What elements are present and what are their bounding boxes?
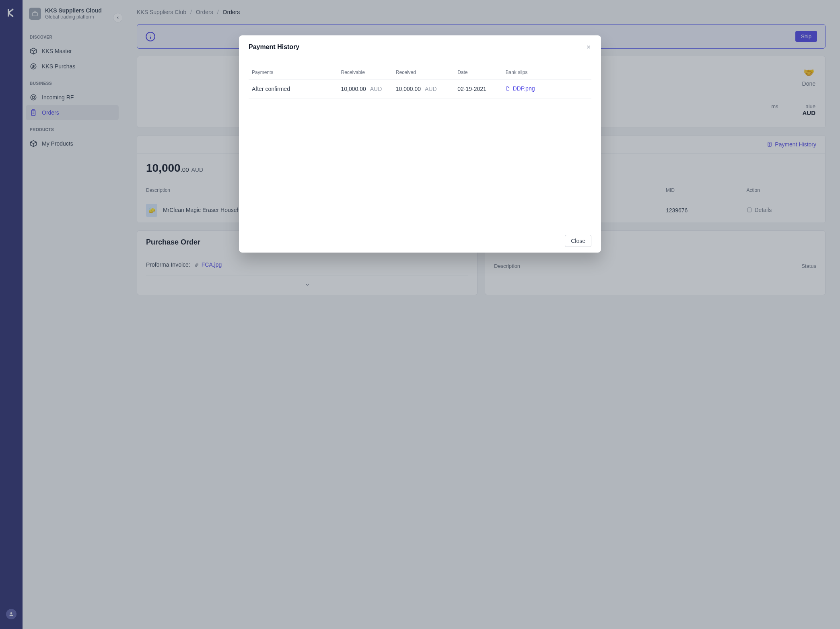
received-currency: AUD: [425, 86, 437, 92]
payment-history-table: Payments Receivable Received Date Bank s…: [249, 66, 591, 99]
receivable-currency: AUD: [370, 86, 382, 92]
th-received: Received: [393, 66, 454, 80]
received-amount: 10,000.00: [396, 86, 421, 92]
th-payments: Payments: [249, 66, 338, 80]
receivable-amount: 10,000.00: [341, 86, 366, 92]
close-icon: [586, 44, 591, 50]
payment-date: 02-19-2021: [454, 80, 502, 99]
th-receivable: Receivable: [338, 66, 393, 80]
modal-title: Payment History: [249, 43, 299, 51]
payment-history-modal: Payment History Payments Receivable Rece…: [239, 35, 601, 253]
file-icon: [505, 86, 510, 91]
close-button[interactable]: Close: [565, 235, 591, 247]
bank-slip-link[interactable]: DDP.png: [505, 85, 535, 92]
payment-name: After confirmed: [249, 80, 338, 99]
modal-overlay[interactable]: Payment History Payments Receivable Rece…: [0, 0, 840, 629]
table-row: After confirmed 10,000.00 AUD 10,000.00 …: [249, 80, 591, 99]
th-date: Date: [454, 66, 502, 80]
modal-close-button[interactable]: [586, 44, 591, 50]
th-bank-slips: Bank slips: [502, 66, 591, 80]
bank-slip-name: DDP.png: [513, 85, 535, 92]
